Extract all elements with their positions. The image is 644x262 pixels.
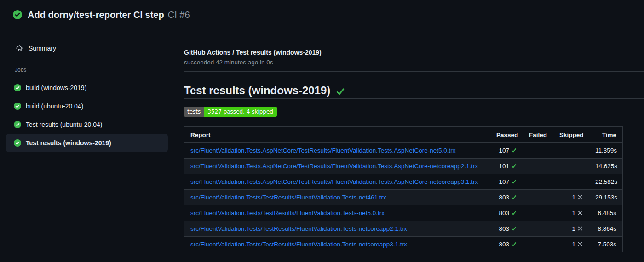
- job-label: build (ubuntu-20.04): [26, 103, 83, 110]
- jobs-sidebar: Summary Jobs build (windows-2019) b: [0, 29, 184, 252]
- skipped-cell: [553, 159, 589, 174]
- failed-cell: [523, 143, 553, 159]
- report-link[interactable]: src/FluentValidation.Tests.AspNetCore/Te…: [190, 163, 478, 170]
- check-circle-icon: [14, 84, 21, 91]
- check-icon: [511, 148, 517, 153]
- report-link[interactable]: src/FluentValidation.Tests/TestResults/F…: [190, 225, 407, 232]
- table-row: src/FluentValidation.Tests/TestResults/F…: [184, 221, 623, 237]
- time-cell: 11.359s: [589, 143, 623, 159]
- check-circle-icon: [13, 10, 22, 19]
- sidebar-item-build-ubuntu[interactable]: build (ubuntu-20.04): [6, 97, 168, 115]
- report-link[interactable]: src/FluentValidation.Tests/TestResults/F…: [190, 210, 385, 216]
- jobs-section-label: Jobs: [15, 67, 184, 73]
- run-header-bar: Add dorny/test-reporter CI step CI #6: [0, 0, 644, 29]
- check-run-status: succeeded 42 minutes ago in 0s: [184, 58, 644, 67]
- failed-cell: [523, 205, 553, 221]
- workflow-run-page: Add dorny/test-reporter CI step CI #6 Su…: [0, 0, 644, 262]
- run-number: CI #6: [168, 10, 190, 20]
- sidebar-item-summary[interactable]: Summary: [16, 44, 184, 53]
- passed-cell: 107: [490, 143, 523, 159]
- job-label: Test results (ubuntu-20.04): [26, 121, 103, 128]
- failed-cell: [523, 237, 553, 252]
- check-icon: [511, 194, 517, 200]
- skipped-cell: 1: [553, 190, 589, 205]
- passed-cell: 803: [490, 205, 523, 221]
- skipped-cell: [553, 174, 589, 190]
- sidebar-item-build-windows[interactable]: build (windows-2019): [6, 79, 168, 97]
- job-label: build (windows-2019): [26, 84, 86, 91]
- job-list: build (windows-2019) build (ubuntu-20.04…: [6, 79, 184, 152]
- passed-cell: 101: [490, 159, 523, 174]
- skipped-cell: [553, 143, 589, 159]
- x-icon: [577, 226, 583, 231]
- sidebar-summary-label: Summary: [29, 45, 56, 52]
- table-row: src/FluentValidation.Tests/TestResults/F…: [184, 205, 623, 221]
- failed-cell: [523, 159, 553, 174]
- skipped-cell: 1: [553, 205, 589, 221]
- time-cell: 14.625s: [589, 159, 623, 174]
- passed-cell: 803: [490, 221, 523, 237]
- sidebar-item-test-results-windows[interactable]: Test results (windows-2019): [6, 134, 168, 152]
- check-circle-icon: [14, 121, 21, 128]
- check-run-header: GitHub Actions / Test results (windows-2…: [184, 48, 644, 72]
- check-icon: [336, 87, 345, 96]
- time-cell: 7.503s: [589, 237, 623, 252]
- col-header-time: Time: [589, 127, 623, 143]
- failed-cell: [523, 174, 553, 190]
- table-row: src/FluentValidation.Tests.AspNetCore/Te…: [184, 143, 623, 159]
- table-row: src/FluentValidation.Tests.AspNetCore/Te…: [184, 159, 623, 174]
- check-icon: [511, 226, 517, 231]
- time-cell: 22.582s: [589, 174, 623, 190]
- time-cell: 29.153s: [589, 190, 623, 205]
- check-icon: [511, 179, 517, 184]
- col-header-passed: Passed: [490, 127, 523, 143]
- skipped-cell: 1: [553, 221, 589, 237]
- time-cell: 6.485s: [589, 205, 623, 221]
- report-link[interactable]: src/FluentValidation.Tests/TestResults/F…: [190, 194, 386, 201]
- section-title-text: Test results (windows-2019): [184, 84, 330, 97]
- table-row: src/FluentValidation.Tests/TestResults/F…: [184, 190, 623, 205]
- main-content: GitHub Actions / Test results (windows-2…: [184, 29, 644, 252]
- sidebar-item-test-results-ubuntu[interactable]: Test results (ubuntu-20.04): [6, 115, 168, 134]
- report-link[interactable]: src/FluentValidation.Tests.AspNetCore/Te…: [190, 147, 456, 154]
- tests-badge: tests 3527 passed, 4 skipped: [184, 107, 277, 117]
- report-link[interactable]: src/FluentValidation.Tests/TestResults/F…: [190, 241, 407, 248]
- time-cell: 8.864s: [589, 221, 623, 237]
- section-title: Test results (windows-2019): [184, 84, 644, 99]
- failed-cell: [523, 221, 553, 237]
- failed-cell: [523, 190, 553, 205]
- check-icon: [511, 163, 517, 169]
- x-icon: [577, 241, 583, 247]
- check-icon: [511, 210, 517, 216]
- col-header-report: Report: [184, 127, 490, 143]
- job-label: Test results (windows-2019): [26, 139, 111, 147]
- x-icon: [577, 210, 583, 216]
- table-header-row: Report Passed Failed Skipped Time: [184, 127, 623, 143]
- passed-cell: 803: [490, 190, 523, 205]
- check-icon: [511, 241, 517, 247]
- col-header-skipped: Skipped: [553, 127, 589, 143]
- run-title: Add dorny/test-reporter CI step: [28, 10, 164, 20]
- report-link[interactable]: src/FluentValidation.Tests.AspNetCore/Te…: [190, 178, 478, 185]
- check-run-title: GitHub Actions / Test results (windows-2…: [184, 48, 644, 57]
- test-results-table: Report Passed Failed Skipped Time src/Fl…: [184, 126, 623, 252]
- table-row: src/FluentValidation.Tests/TestResults/F…: [184, 237, 623, 252]
- home-icon: [16, 45, 23, 52]
- passed-cell: 803: [490, 237, 523, 252]
- table-row: src/FluentValidation.Tests.AspNetCore/Te…: [184, 174, 623, 190]
- col-header-failed: Failed: [523, 127, 553, 143]
- badge-value: 3527 passed, 4 skipped: [204, 107, 277, 117]
- check-circle-icon: [14, 139, 21, 147]
- check-circle-icon: [14, 103, 21, 110]
- x-icon: [577, 194, 583, 200]
- badge-label: tests: [184, 107, 204, 117]
- passed-cell: 107: [490, 174, 523, 190]
- skipped-cell: 1: [553, 237, 589, 252]
